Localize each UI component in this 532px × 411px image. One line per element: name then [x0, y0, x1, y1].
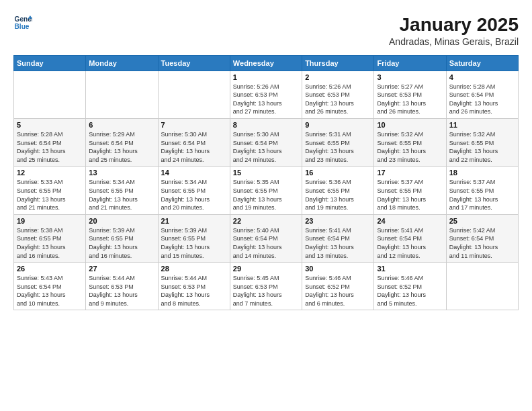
- day-number: 14: [161, 169, 227, 177]
- day-number: 20: [89, 217, 154, 225]
- day-info: Sunrise: 5:39 AMSunset: 6:55 PMDaylight:…: [161, 226, 227, 260]
- day-number: 21: [161, 217, 227, 225]
- header-wednesday: Wednesday: [230, 55, 302, 71]
- day-number: 24: [377, 217, 443, 225]
- day-number: 4: [449, 73, 515, 81]
- day-info: Sunrise: 5:44 AMSunset: 6:53 PMDaylight:…: [161, 274, 227, 308]
- table-row: 29Sunrise: 5:45 AMSunset: 6:53 PMDayligh…: [230, 263, 302, 310]
- header-tuesday: Tuesday: [158, 55, 230, 71]
- table-row: 24Sunrise: 5:41 AMSunset: 6:54 PMDayligh…: [374, 214, 446, 262]
- day-info: Sunrise: 5:35 AMSunset: 6:55 PMDaylight:…: [233, 178, 299, 212]
- day-info: Sunrise: 5:38 AMSunset: 6:55 PMDaylight:…: [17, 226, 83, 260]
- svg-text:Blue: Blue: [15, 23, 30, 30]
- calendar-week-4: 19Sunrise: 5:38 AMSunset: 6:55 PMDayligh…: [14, 214, 519, 262]
- calendar-week-5: 26Sunrise: 5:43 AMSunset: 6:54 PMDayligh…: [14, 263, 519, 310]
- table-row: 15Sunrise: 5:35 AMSunset: 6:55 PMDayligh…: [230, 167, 302, 214]
- day-number: 19: [17, 217, 83, 225]
- day-info: Sunrise: 5:32 AMSunset: 6:55 PMDaylight:…: [449, 130, 515, 164]
- header-sunday: Sunday: [14, 55, 86, 71]
- table-row: 6Sunrise: 5:29 AMSunset: 6:54 PMDaylight…: [86, 118, 158, 166]
- day-info: Sunrise: 5:27 AMSunset: 6:53 PMDaylight:…: [377, 83, 443, 116]
- day-info: Sunrise: 5:43 AMSunset: 6:54 PMDaylight:…: [17, 274, 83, 308]
- day-info: Sunrise: 5:46 AMSunset: 6:52 PMDaylight:…: [377, 274, 443, 308]
- day-info: Sunrise: 5:39 AMSunset: 6:55 PMDaylight:…: [89, 226, 154, 260]
- day-number: 5: [17, 121, 83, 129]
- table-row: 1Sunrise: 5:26 AMSunset: 6:53 PMDaylight…: [230, 71, 302, 118]
- day-info: Sunrise: 5:41 AMSunset: 6:54 PMDaylight:…: [305, 226, 371, 260]
- day-number: 18: [449, 169, 515, 177]
- table-row: 19Sunrise: 5:38 AMSunset: 6:55 PMDayligh…: [14, 214, 86, 262]
- day-number: 23: [305, 217, 371, 225]
- table-row: 18Sunrise: 5:37 AMSunset: 6:55 PMDayligh…: [446, 167, 518, 214]
- page: General Blue January 2025 Andradas, Mina…: [0, 0, 532, 411]
- day-number: 11: [449, 121, 515, 129]
- table-row: 12Sunrise: 5:33 AMSunset: 6:55 PMDayligh…: [14, 167, 86, 214]
- main-title: January 2025: [389, 13, 519, 36]
- day-info: Sunrise: 5:37 AMSunset: 6:55 PMDaylight:…: [377, 178, 443, 212]
- day-number: 10: [377, 121, 443, 129]
- title-block: January 2025 Andradas, Minas Gerais, Bra…: [389, 13, 519, 47]
- day-number: 29: [233, 265, 299, 273]
- day-number: 22: [233, 217, 299, 225]
- day-info: Sunrise: 5:30 AMSunset: 6:54 PMDaylight:…: [233, 130, 299, 164]
- table-row: 2Sunrise: 5:26 AMSunset: 6:53 PMDaylight…: [302, 71, 374, 118]
- day-info: Sunrise: 5:36 AMSunset: 6:55 PMDaylight:…: [305, 178, 371, 212]
- logo-icon: General Blue: [13, 13, 32, 32]
- table-row: 26Sunrise: 5:43 AMSunset: 6:54 PMDayligh…: [14, 263, 86, 310]
- table-row: 4Sunrise: 5:28 AMSunset: 6:54 PMDaylight…: [446, 71, 518, 118]
- header-saturday: Saturday: [446, 55, 518, 71]
- table-row: 9Sunrise: 5:31 AMSunset: 6:55 PMDaylight…: [302, 118, 374, 166]
- day-number: 15: [233, 169, 299, 177]
- day-number: 9: [305, 121, 371, 129]
- day-info: Sunrise: 5:31 AMSunset: 6:55 PMDaylight:…: [305, 130, 371, 164]
- day-number: 7: [161, 121, 227, 129]
- day-info: Sunrise: 5:26 AMSunset: 6:53 PMDaylight:…: [305, 83, 371, 116]
- day-info: Sunrise: 5:29 AMSunset: 6:54 PMDaylight:…: [89, 130, 154, 164]
- header-monday: Monday: [86, 55, 158, 71]
- day-number: 8: [233, 121, 299, 129]
- calendar-week-3: 12Sunrise: 5:33 AMSunset: 6:55 PMDayligh…: [14, 167, 519, 214]
- table-row: 28Sunrise: 5:44 AMSunset: 6:53 PMDayligh…: [158, 263, 230, 310]
- day-info: Sunrise: 5:42 AMSunset: 6:54 PMDaylight:…: [449, 226, 515, 260]
- day-info: Sunrise: 5:37 AMSunset: 6:55 PMDaylight:…: [449, 178, 515, 212]
- day-info: Sunrise: 5:28 AMSunset: 6:54 PMDaylight:…: [449, 83, 515, 116]
- calendar-week-2: 5Sunrise: 5:28 AMSunset: 6:54 PMDaylight…: [14, 118, 519, 166]
- header-friday: Friday: [374, 55, 446, 71]
- day-number: 31: [377, 265, 443, 273]
- table-row: 8Sunrise: 5:30 AMSunset: 6:54 PMDaylight…: [230, 118, 302, 166]
- table-row: 16Sunrise: 5:36 AMSunset: 6:55 PMDayligh…: [302, 167, 374, 214]
- day-info: Sunrise: 5:44 AMSunset: 6:53 PMDaylight:…: [89, 274, 154, 308]
- table-row: 14Sunrise: 5:34 AMSunset: 6:55 PMDayligh…: [158, 167, 230, 214]
- table-row: 30Sunrise: 5:46 AMSunset: 6:52 PMDayligh…: [302, 263, 374, 310]
- calendar-header-row: Sunday Monday Tuesday Wednesday Thursday…: [14, 55, 519, 71]
- day-info: Sunrise: 5:40 AMSunset: 6:54 PMDaylight:…: [233, 226, 299, 260]
- header-thursday: Thursday: [302, 55, 374, 71]
- day-number: 28: [161, 265, 227, 273]
- day-info: Sunrise: 5:26 AMSunset: 6:53 PMDaylight:…: [233, 83, 299, 116]
- table-row: 11Sunrise: 5:32 AMSunset: 6:55 PMDayligh…: [446, 118, 518, 166]
- day-info: Sunrise: 5:34 AMSunset: 6:55 PMDaylight:…: [89, 178, 154, 212]
- day-number: 30: [305, 265, 371, 273]
- table-row: 5Sunrise: 5:28 AMSunset: 6:54 PMDaylight…: [14, 118, 86, 166]
- table-row: 31Sunrise: 5:46 AMSunset: 6:52 PMDayligh…: [374, 263, 446, 310]
- table-row: 23Sunrise: 5:41 AMSunset: 6:54 PMDayligh…: [302, 214, 374, 262]
- table-row: 25Sunrise: 5:42 AMSunset: 6:54 PMDayligh…: [446, 214, 518, 262]
- day-info: Sunrise: 5:28 AMSunset: 6:54 PMDaylight:…: [17, 130, 83, 164]
- calendar-week-1: 1Sunrise: 5:26 AMSunset: 6:53 PMDaylight…: [14, 71, 519, 118]
- table-row: [14, 71, 86, 118]
- calendar: Sunday Monday Tuesday Wednesday Thursday…: [13, 55, 519, 311]
- table-row: [158, 71, 230, 118]
- day-number: 17: [377, 169, 443, 177]
- day-info: Sunrise: 5:32 AMSunset: 6:55 PMDaylight:…: [377, 130, 443, 164]
- day-info: Sunrise: 5:46 AMSunset: 6:52 PMDaylight:…: [305, 274, 371, 308]
- day-number: 1: [233, 73, 299, 81]
- day-info: Sunrise: 5:41 AMSunset: 6:54 PMDaylight:…: [377, 226, 443, 260]
- day-number: 3: [377, 73, 443, 81]
- day-number: 26: [17, 265, 83, 273]
- header: General Blue January 2025 Andradas, Mina…: [13, 13, 519, 47]
- table-row: [86, 71, 158, 118]
- table-row: 27Sunrise: 5:44 AMSunset: 6:53 PMDayligh…: [86, 263, 158, 310]
- day-number: 13: [89, 169, 154, 177]
- table-row: 3Sunrise: 5:27 AMSunset: 6:53 PMDaylight…: [374, 71, 446, 118]
- table-row: 13Sunrise: 5:34 AMSunset: 6:55 PMDayligh…: [86, 167, 158, 214]
